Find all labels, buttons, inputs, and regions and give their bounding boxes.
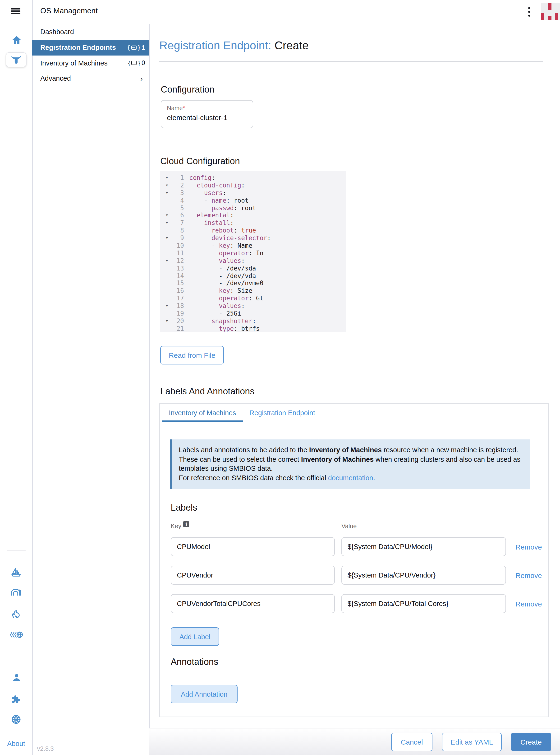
app-title: OS Management (40, 7, 98, 15)
fleet-sailboat-icon[interactable] (10, 566, 22, 579)
home-icon[interactable] (11, 34, 23, 46)
rail-top-separator (7, 550, 26, 551)
collapse-caret-icon[interactable]: ▾ (164, 219, 170, 227)
hamburger-menu-icon[interactable] (11, 8, 20, 14)
flame-icon[interactable] (10, 608, 22, 620)
edit-as-yaml-button[interactable]: Edit as YAML (442, 733, 502, 751)
label-value-input[interactable] (341, 537, 506, 556)
label-row: Remove (171, 566, 538, 585)
kebab-menu-icon[interactable] (526, 7, 533, 17)
chevrons-globe-icon[interactable] (9, 630, 23, 639)
title-divider (159, 61, 543, 62)
code-line: ▾12 values: (160, 257, 346, 265)
cancel-button[interactable]: Cancel (391, 733, 433, 751)
resource-count-value: 0 (142, 60, 145, 67)
info-icon[interactable]: i (183, 521, 189, 527)
code-text: - /dev/vda (189, 272, 256, 280)
code-text: install: (189, 219, 234, 227)
resource-count-badge: {} 1 (127, 44, 145, 51)
page-title-action: Create (275, 39, 309, 52)
resource-count-value: 1 (142, 44, 145, 51)
name-input[interactable] (167, 113, 247, 121)
line-number: 16 (170, 287, 184, 295)
tab-inventory-of-machines[interactable]: Inventory of Machines (162, 404, 243, 422)
version-label: v2.8.3 (37, 745, 54, 752)
code-text: - key: Name (189, 242, 252, 250)
elemental-app-tile[interactable] (6, 52, 26, 67)
code-text: - key: Size (189, 287, 252, 295)
code-text: operator: Gt (189, 295, 263, 303)
line-number: 14 (170, 272, 184, 280)
name-field[interactable]: Name* (161, 100, 253, 128)
value-column-label: Value (341, 522, 357, 529)
collapse-caret-icon[interactable]: ▾ (164, 212, 170, 219)
line-number: 20 (170, 317, 184, 325)
remove-link[interactable]: Remove (516, 566, 542, 585)
app-root: OS Management (0, 0, 560, 755)
user-icon[interactable] (11, 672, 23, 684)
code-line: 8 reboot: true (160, 227, 346, 234)
create-button[interactable]: Create (511, 733, 551, 751)
harvester-barn-icon[interactable] (10, 586, 22, 599)
caret-spacer (164, 295, 170, 303)
label-key-input[interactable] (171, 537, 335, 556)
sidebar-item-registration-endpoints[interactable]: Registration Endpoints {} 1 (32, 40, 149, 55)
code-line: 19 - 25Gi (160, 310, 346, 317)
code-line: ▾2 cloud-config: (160, 182, 346, 189)
globe-icon[interactable] (10, 713, 22, 725)
line-number: 6 (170, 212, 184, 219)
collapse-caret-icon[interactable]: ▾ (164, 234, 170, 242)
label-row: Remove (171, 594, 538, 613)
collapse-caret-icon[interactable]: ▾ (164, 174, 170, 182)
extensions-puzzle-icon[interactable] (10, 693, 22, 705)
code-text: elemental: (189, 212, 234, 219)
code-text: reboot: true (189, 227, 256, 234)
cloud-configuration-heading: Cloud Configuration (160, 156, 240, 167)
collapse-caret-icon[interactable]: ▾ (164, 302, 170, 310)
add-label-button[interactable]: Add Label (171, 627, 219, 646)
code-line: 5 passwd: root (160, 204, 346, 212)
caret-spacer (164, 325, 170, 333)
collapse-caret-icon[interactable]: ▾ (164, 257, 170, 265)
labels-and-annotations-heading: Labels And Annotations (160, 386, 254, 397)
collapse-caret-icon[interactable]: ▾ (164, 189, 170, 197)
cloud-config-editor[interactable]: ▾1config:▾2 cloud-config:▾3 users:4 - na… (160, 171, 346, 332)
sidebar-item-inventory-of-machines[interactable]: Inventory of Machines {} 0 (32, 55, 149, 71)
label-value-input[interactable] (341, 566, 506, 585)
collapse-caret-icon[interactable]: ▾ (164, 317, 170, 325)
add-annotation-button[interactable]: Add Annotation (171, 685, 238, 703)
label-key-input[interactable] (171, 594, 335, 613)
read-from-file-button[interactable]: Read from File (160, 346, 224, 365)
label-key-input[interactable] (171, 566, 335, 585)
sidebar-item-advanced[interactable]: Advanced › (32, 71, 149, 86)
sidebar-item-dashboard[interactable]: Dashboard (32, 24, 149, 40)
line-number: 3 (170, 189, 184, 197)
label-value-input[interactable] (341, 594, 506, 613)
code-text: - 25Gi (189, 310, 241, 317)
code-line: ▾6 elemental: (160, 212, 346, 219)
line-number: 8 (170, 227, 184, 234)
line-number: 11 (170, 250, 184, 257)
page-title: Registration Endpoint: Create (159, 39, 309, 52)
tab-registration-endpoint[interactable]: Registration Endpoint (243, 404, 322, 422)
caret-spacer (164, 250, 170, 257)
code-text: values: (189, 257, 245, 265)
form-footer: Cancel Edit as YAML Create (149, 728, 560, 755)
about-link[interactable]: About (0, 740, 32, 748)
code-line: ▾7 install: (160, 219, 346, 227)
code-line: ▾18 values: (160, 302, 346, 310)
name-field-label: Name* (167, 105, 247, 112)
code-text: values: (189, 302, 245, 310)
line-number: 19 (170, 310, 184, 317)
remove-link[interactable]: Remove (516, 594, 542, 613)
collapse-caret-icon[interactable]: ▾ (164, 182, 170, 189)
code-line: ▾9 device-selector: (160, 234, 346, 242)
remove-link[interactable]: Remove (516, 537, 542, 556)
code-text: - /dev/nvme0 (189, 280, 263, 287)
required-asterisk: * (183, 105, 185, 112)
code-line: ▾20 snapshotter: (160, 317, 346, 325)
code-text: snapshotter: (189, 317, 256, 325)
documentation-link[interactable]: documentation (328, 474, 373, 481)
labels-heading: Labels (171, 503, 197, 513)
tab-bar: Inventory of Machines Registration Endpo… (160, 404, 548, 422)
